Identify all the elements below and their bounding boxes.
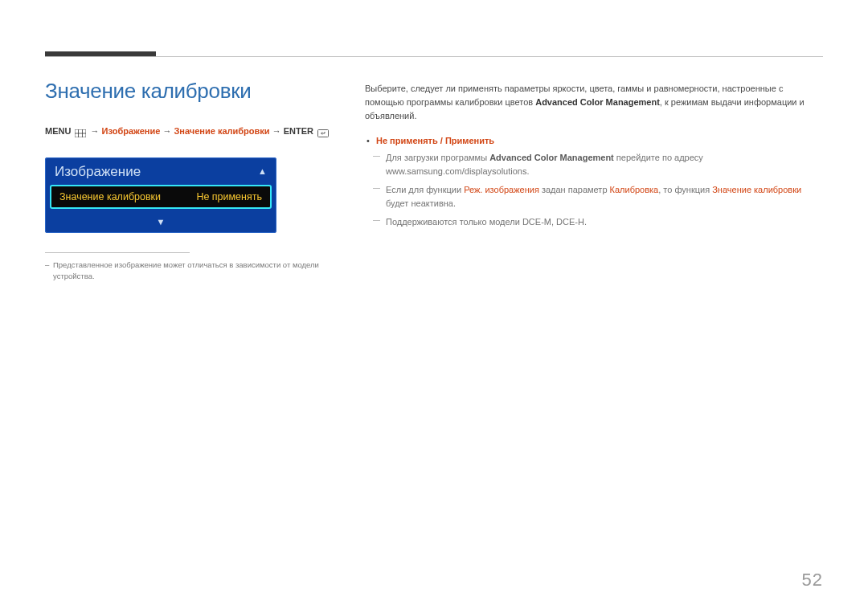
bc-p2: Значение калибровки — [174, 126, 269, 136]
page-number: 52 — [802, 570, 823, 591]
osd-row-label: Значение калибровки — [59, 191, 161, 202]
d1-pre: Для загрузки программы — [386, 153, 489, 162]
bc-arrow-3: → — [272, 126, 284, 136]
d2-post: будет неактивна. — [386, 198, 456, 208]
section-bar — [45, 51, 156, 56]
menu-grid-icon — [75, 128, 86, 136]
d2-mid1: задан параметр — [539, 185, 610, 194]
d1-mid: перейдите по адресу — [614, 153, 703, 162]
left-column: Значение калибровки MENU → Изображение →… — [45, 79, 334, 282]
d2-mid2: , то функция — [658, 185, 712, 194]
d2-pre: Если для функции — [386, 185, 464, 194]
right-column: Выберите, следует ли применять параметры… — [365, 82, 823, 234]
bc-p1: Изображение — [102, 126, 161, 136]
top-ruler — [45, 56, 823, 57]
options-text: Не применять / Применить — [376, 136, 494, 145]
bc-arrow-2: → — [162, 126, 174, 136]
para-bold: Advanced Color Management — [535, 97, 660, 107]
page-title: Значение калибровки — [45, 79, 334, 104]
note-download: Для загрузки программы Advanced Color Ma… — [365, 151, 823, 178]
small-divider — [45, 252, 190, 253]
osd-panel: Изображение ▲ Значение калибровки Не при… — [45, 157, 276, 233]
d2-h3: Значение калибровки — [712, 185, 801, 194]
d2-h2: Калибровка — [610, 185, 659, 194]
bc-arrow-1: → — [91, 126, 102, 136]
chevron-down-icon[interactable]: ▼ — [157, 217, 166, 227]
note-inactive: Если для функции Реж. изображения задан … — [365, 183, 823, 210]
osd-footer: ▼ — [45, 214, 276, 233]
d2-h1: Реж. изображения — [464, 185, 539, 194]
bc-enter: ENTER — [284, 126, 313, 136]
d1-url: www.samsung.com/displaysolutions. — [386, 166, 530, 176]
chevron-up-icon[interactable]: ▲ — [258, 167, 267, 176]
osd-selected-row[interactable]: Значение калибровки Не применять — [50, 185, 272, 209]
d1-bold: Advanced Color Management — [489, 153, 614, 162]
enter-icon — [317, 128, 329, 136]
model-disclaimer: Представленное изображение может отличат… — [45, 260, 334, 283]
osd-header: Изображение ▲ — [45, 157, 276, 185]
breadcrumb: MENU → Изображение → Значение калибровки… — [45, 125, 334, 138]
osd-row-value: Не применять — [196, 191, 262, 202]
osd-header-text: Изображение — [55, 164, 141, 180]
note-models: Поддерживаются только модели DCE-M, DCE-… — [365, 215, 823, 229]
options-bullet: Не применять / Применить — [365, 134, 823, 148]
bc-menu: MENU — [45, 126, 71, 136]
intro-paragraph: Выберите, следует ли применять параметры… — [365, 82, 823, 123]
